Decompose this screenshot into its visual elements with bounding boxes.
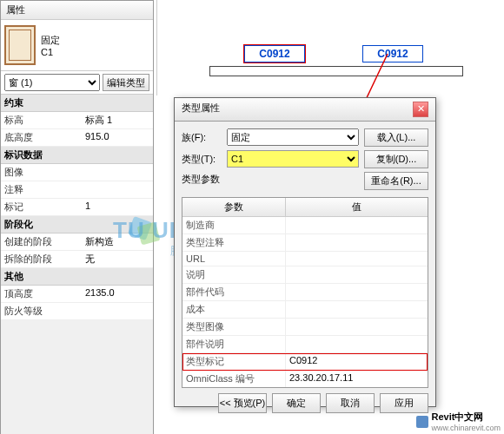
type-select[interactable]: C1	[227, 150, 359, 168]
duplicate-button[interactable]: 复制(D)...	[364, 150, 428, 168]
type-selector[interactable]: 固定 C1	[1, 20, 153, 71]
type-properties-dialog: 类型属性 ✕ 族(F): 固定 类型(T): C1 类型参数 载入(L)... …	[174, 97, 436, 407]
section-constraints: 约束	[1, 95, 153, 112]
param-row[interactable]: 说明	[182, 266, 428, 284]
canvas-area[interactable]: C0912 C0912	[156, 0, 504, 95]
edit-type-button[interactable]: 编辑类型	[103, 74, 149, 91]
preview-button[interactable]: << 预览(P)	[218, 393, 267, 413]
row-fire[interactable]: 防火等级	[1, 303, 153, 320]
param-row[interactable]: 制造商	[182, 217, 428, 234]
row-comments[interactable]: 注释	[1, 181, 153, 199]
param-row[interactable]: 类型注释	[182, 234, 428, 252]
footer-attribution: Revit中文网 www.chinarevit.com	[416, 411, 501, 432]
row-sill[interactable]: 底高度915.0	[1, 129, 153, 147]
row-image[interactable]: 图像	[1, 164, 153, 181]
filter-combo[interactable]: 窗 (1)	[4, 74, 100, 91]
type-info: 固定 C1	[41, 34, 149, 57]
close-icon[interactable]: ✕	[413, 102, 428, 117]
properties-title: 属性	[1, 1, 153, 20]
col-value: 值	[286, 198, 428, 216]
family-select[interactable]: 固定	[227, 128, 359, 146]
type-name: C1	[41, 47, 149, 57]
param-row[interactable]: 类型标记C0912	[182, 353, 428, 371]
footer-name: Revit中文网	[431, 411, 501, 424]
revit-logo-icon	[416, 416, 428, 428]
param-table: 参数 值 制造商类型注释URL说明部件代码成本类型图像部件说明类型标记C0912…	[182, 197, 428, 388]
load-button[interactable]: 载入(L)...	[364, 128, 428, 147]
cancel-button[interactable]: 取消	[326, 393, 375, 413]
params-label: 类型参数	[182, 173, 359, 186]
section-other: 其他	[1, 268, 153, 286]
type-label: 类型(T):	[182, 153, 223, 166]
window-tag-1[interactable]: C0912	[244, 45, 305, 62]
param-row[interactable]: 部件说明	[182, 336, 428, 353]
property-grid: 约束 标高标高 1 底高度915.0 标识数据 图像 注释 标记1 阶段化 创建…	[1, 95, 153, 320]
param-body[interactable]: 制造商类型注释URL说明部件代码成本类型图像部件说明类型标记C0912OmniC…	[182, 217, 428, 387]
section-idata: 标识数据	[1, 147, 153, 164]
window-tag-2[interactable]: C0912	[362, 45, 423, 62]
param-row[interactable]: 成本	[182, 301, 428, 319]
family-thumbnail	[4, 25, 36, 65]
row-level[interactable]: 标高标高 1	[1, 112, 153, 129]
param-row[interactable]: OmniClass 编号23.30.20.17.11	[182, 371, 428, 387]
wall-element[interactable]	[209, 66, 463, 76]
footer-url: www.chinarevit.com	[431, 424, 501, 432]
row-mark[interactable]: 标记1	[1, 199, 153, 216]
row-demolished[interactable]: 拆除的阶段无	[1, 251, 153, 268]
dialog-titlebar[interactable]: 类型属性 ✕	[175, 98, 435, 122]
family-label: 族(F):	[182, 131, 223, 144]
rename-button[interactable]: 重命名(R)...	[364, 172, 428, 190]
row-head[interactable]: 顶高度2135.0	[1, 286, 153, 303]
dialog-title: 类型属性	[182, 102, 220, 117]
properties-panel: 属性 固定 C1 窗 (1) 编辑类型 约束 标高标高 1 底高度915.0 标…	[0, 0, 154, 434]
param-header: 参数 值	[182, 198, 428, 217]
ok-button[interactable]: 确定	[272, 393, 321, 413]
param-row[interactable]: URL	[182, 252, 428, 266]
family-name: 固定	[41, 34, 149, 47]
watermark-logo	[130, 219, 165, 245]
col-param: 参数	[182, 198, 286, 216]
param-row[interactable]: 部件代码	[182, 284, 428, 301]
param-row[interactable]: 类型图像	[182, 319, 428, 336]
